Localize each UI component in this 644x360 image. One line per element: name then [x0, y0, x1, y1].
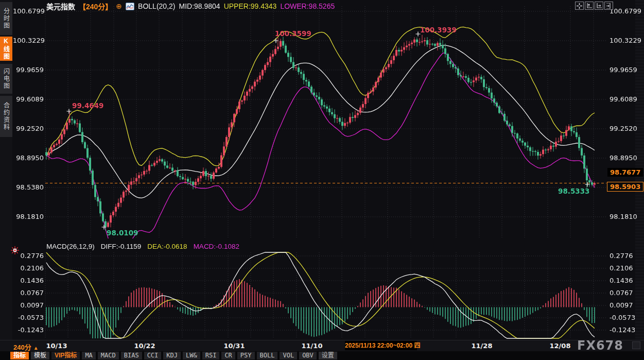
chart-tool-icons	[575, 2, 613, 10]
axis-tick-label: 98.1810	[13, 213, 44, 220]
toolbar-lwr[interactable]: LW&	[183, 352, 200, 359]
macd-dea-value: DEA:-0.0618	[147, 243, 187, 250]
period-label: 【240分】	[79, 1, 112, 11]
macd-macd-value: MACD:-0.1082	[194, 243, 239, 250]
toolbar-kdj[interactable]: KDJ	[163, 352, 181, 359]
price-annotation: 100.3599	[275, 29, 311, 38]
price-tag-mid: 98.7677	[607, 168, 643, 177]
axis-tick-label: 99.2520	[610, 125, 641, 132]
toolbar-psy[interactable]: PSY	[237, 352, 255, 359]
boll-label: BOLL(20,2)	[138, 2, 175, 10]
price-tag-last: 98.5903	[607, 182, 643, 192]
axis-tick-label: 99.9659	[13, 66, 44, 74]
axis-tick-label: -0.0573	[13, 314, 44, 321]
toolbar-vip-indicator[interactable]: VIP指标	[51, 352, 80, 359]
period-selector[interactable]: 240分▲	[13, 342, 39, 352]
sidebar-tab-3[interactable]: 闪电图	[0, 64, 12, 94]
period-arrow-icon: ▲	[33, 345, 39, 351]
axis-tick-label: 100.3229	[13, 37, 44, 44]
chart-canvas[interactable]	[0, 0, 644, 360]
axis-tick-label: 0.0767	[610, 289, 641, 297]
axis-tick-label: 100.3229	[610, 37, 641, 44]
chart-type-icon[interactable]	[126, 3, 134, 10]
axis-tick-label: 0.1436	[13, 277, 44, 284]
price-annotation: 99.4649	[72, 101, 104, 110]
axis-tick-label: 99.6089	[610, 95, 641, 103]
axis-tick-label: 0.2776	[610, 252, 641, 260]
indicator-toolbar: 指标模板VIP指标MAMACDBIASCCIKDJLW&RSICRPSYBOLL…	[0, 351, 644, 360]
axis-tick-label: 98.5380	[13, 183, 44, 191]
toolbar-template[interactable]: 模板	[31, 352, 49, 359]
selected-time-badge: 2025/11/13 22:00~02:00 四	[345, 341, 417, 350]
toolbar-cr[interactable]: CR	[221, 352, 235, 359]
red-spark-icon[interactable]	[11, 246, 19, 254]
sidebar-tab-4[interactable]: 合约资料	[0, 96, 12, 137]
toolbar-boll[interactable]: BOLL	[257, 352, 278, 359]
time-axis-row: 240分▲ 10/1310/2210/3111/1011/2812/08 202…	[0, 340, 644, 351]
toolbar-rsi[interactable]: RSI	[202, 352, 220, 359]
toolbar-ma[interactable]: MA	[82, 352, 95, 359]
axis-tick-label: 0.0097	[610, 301, 641, 309]
axis-tick-label: 0.2106	[610, 264, 641, 272]
toolbar-macd[interactable]: MACD	[98, 352, 119, 359]
y-axis-zoom-icon[interactable]	[585, 2, 594, 10]
price-annotation: 98.5333	[558, 187, 590, 195]
axis-tick-label: 99.9659	[610, 66, 641, 74]
boll-upper-value: UPPER:99.4343	[224, 2, 277, 10]
left-sidebar: 分时图K线图闪电图合约资料	[0, 0, 12, 360]
axis-tick-label: -0.0573	[610, 314, 641, 321]
axis-tick-label: 0.1436	[610, 277, 641, 284]
macd-label: MACD(26,12,9)	[46, 243, 95, 250]
chart-header: 美元指数 【240分】 ⊕ BOLL(20,2) MID:98.9804 UPP…	[46, 2, 335, 11]
period-text: 240分	[13, 344, 31, 351]
sidebar-tab-2[interactable]: K线图	[0, 37, 12, 61]
date-label: 11/10	[302, 342, 323, 350]
add-indicator-icon[interactable]: ⊕	[116, 3, 122, 10]
axis-tick-label: -0.1243	[13, 326, 44, 334]
axis-tick-label: 100.6799	[610, 7, 641, 15]
boll-mid-value: MID:98.9804	[179, 2, 220, 10]
price-annotation: 100.3939	[420, 26, 457, 34]
trading-terminal: 分时图K线图闪电图合约资料 美元指数 【240分】 ⊕ BOLL(20,2) M…	[0, 0, 644, 360]
date-label: 12/08	[550, 342, 571, 350]
axis-tick-label: 98.8950	[13, 154, 44, 162]
crosshair-tool-icon[interactable]	[575, 2, 584, 10]
axis-tick-label: 0.0097	[13, 301, 44, 309]
macd-diff-value: DIFF:-0.1159	[101, 243, 142, 250]
axis-tick-label: 98.1810	[610, 213, 641, 220]
toolbar-cci[interactable]: CCI	[144, 352, 162, 359]
date-label: 10/31	[224, 342, 245, 350]
date-label: 11/28	[472, 342, 493, 350]
axis-tick-label: 99.2520	[13, 125, 44, 132]
toolbar-vol[interactable]: VOL	[280, 352, 297, 359]
axis-tick-label: -0.1243	[610, 326, 641, 334]
x-axis-zoom-icon[interactable]	[595, 2, 603, 10]
date-label: 10/13	[46, 342, 67, 350]
toolbar-obv[interactable]: OBV	[299, 352, 317, 359]
toolbar-indicator[interactable]: 指标	[10, 352, 29, 359]
axis-tick-label: 0.0767	[13, 289, 44, 297]
symbol-title: 美元指数	[46, 1, 75, 11]
watermark: FX678	[577, 338, 623, 353]
boll-lower-value: LOWER:98.5265	[280, 2, 335, 10]
corner-box	[632, 341, 640, 349]
axis-tick-label: 99.6089	[13, 95, 44, 103]
axis-tick-label: 100.6799	[13, 7, 44, 15]
axis-tick-label: 0.2106	[13, 264, 44, 272]
axis-tick-label: 98.8950	[610, 154, 641, 162]
toolbar-settings[interactable]: 设置	[319, 352, 337, 359]
pan-right-icon[interactable]	[604, 2, 613, 10]
macd-header: MACD(26,12,9) DIFF:-0.1159 DEA:-0.0618 M…	[46, 243, 239, 250]
sidebar-tab-1[interactable]: 分时图	[0, 2, 12, 35]
price-annotation: 98.0109	[107, 229, 138, 237]
date-label: 10/22	[134, 342, 155, 350]
toolbar-bias[interactable]: BIAS	[121, 352, 142, 359]
